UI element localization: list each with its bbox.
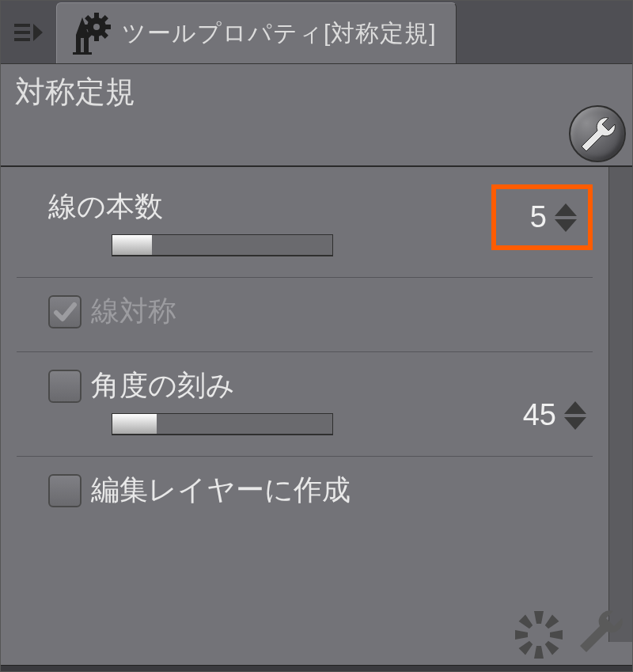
svg-marker-17: [534, 646, 544, 659]
line-count-slider[interactable]: [112, 234, 333, 256]
svg-rect-2: [14, 38, 30, 41]
angle-step-slider[interactable]: [112, 413, 333, 435]
panel-bottom-border: [1, 665, 632, 671]
svg-marker-3: [33, 24, 43, 41]
svg-rect-5: [73, 52, 92, 55]
wrench-icon[interactable]: [572, 602, 629, 665]
stepper-up-icon[interactable]: [555, 203, 577, 216]
angle-step-stepper[interactable]: [564, 401, 586, 430]
svg-marker-19: [550, 630, 563, 640]
svg-marker-23: [544, 640, 559, 655]
angle-step-value: 45: [517, 398, 556, 432]
prop-line-symmetry: 線対称: [17, 277, 593, 351]
tool-name-label: 対称定規: [15, 72, 618, 112]
dock-toggle-button[interactable]: [1, 1, 56, 63]
line-count-stepper[interactable]: [555, 203, 577, 232]
line-symmetry-checkbox[interactable]: [48, 295, 81, 328]
prop-create-on-edit-layer: 編集レイヤーに作成: [17, 456, 593, 530]
svg-marker-20: [544, 615, 559, 631]
line-count-label: 線の本数: [48, 188, 163, 226]
svg-rect-9: [94, 35, 99, 41]
tool-property-tab[interactable]: ツールプロパティ[対称定規]: [56, 2, 457, 63]
svg-point-7: [93, 24, 100, 30]
angle-step-spinner[interactable]: 45: [517, 398, 593, 432]
line-count-value: 5: [507, 200, 547, 234]
checkmark-icon: [52, 299, 78, 325]
prop-line-count: 線の本数 5: [17, 175, 593, 277]
svg-marker-22: [519, 615, 535, 631]
svg-rect-4: [81, 38, 84, 52]
svg-rect-1: [14, 31, 30, 34]
stepper-up-icon[interactable]: [564, 401, 586, 414]
angle-step-checkbox[interactable]: [48, 370, 81, 403]
panel-footer: [1, 598, 632, 665]
line-count-slider-fill: [112, 235, 152, 255]
svg-rect-8: [94, 13, 99, 19]
prop-angle-step: 角度の刻み 45: [17, 351, 593, 456]
wrench-icon: [575, 112, 620, 156]
stepper-down-icon[interactable]: [564, 417, 586, 430]
panel-tabbar: ツールプロパティ[対称定規]: [1, 1, 632, 64]
create-on-edit-layer-checkbox[interactable]: [48, 474, 81, 507]
svg-marker-21: [519, 640, 535, 655]
panel-header: 対称定規: [1, 64, 632, 167]
svg-rect-11: [104, 25, 111, 29]
properties-list: 線の本数 5: [1, 167, 608, 642]
vertical-scrollbar[interactable]: [608, 167, 632, 642]
tab-icon-group: [66, 11, 114, 55]
settings-wrench-button[interactable]: [569, 105, 631, 167]
svg-rect-10: [82, 25, 89, 29]
stepper-down-icon[interactable]: [555, 219, 577, 232]
reset-icon[interactable]: [507, 602, 570, 665]
create-on-edit-layer-label: 編集レイヤーに作成: [91, 471, 351, 510]
tab-title: ツールプロパティ[対称定規]: [122, 17, 437, 50]
panel-body: 線の本数 5: [1, 167, 632, 642]
angle-step-slider-fill: [112, 414, 157, 434]
tool-property-panel: ツールプロパティ[対称定規] 対称定規 線の本数: [0, 0, 633, 672]
svg-marker-18: [515, 630, 528, 640]
line-symmetry-label: 線対称: [91, 292, 176, 331]
svg-rect-0: [14, 24, 30, 27]
line-count-spinner[interactable]: 5: [491, 184, 593, 250]
svg-marker-16: [534, 611, 544, 624]
angle-step-label: 角度の刻み: [91, 366, 235, 405]
